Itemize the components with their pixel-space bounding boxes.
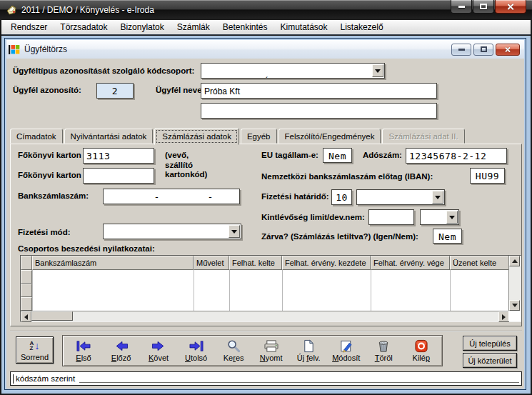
row-selector-header (21, 256, 32, 270)
iban-field[interactable]: HU99 (470, 168, 505, 184)
sort-az-icon: AZ↓ (30, 339, 40, 353)
mdi-area: Ügyféltörzs Ügyféltípus azonosítását szo… (1, 36, 531, 394)
ugyfeltorzs-dialog: Ügyféltörzs Ügyféltípus azonosítását szo… (4, 38, 526, 390)
chevron-down-icon[interactable] (372, 64, 383, 77)
deadline-unit-select[interactable]: Naptári nap (356, 189, 445, 205)
tax-number-label: Adószám: (363, 151, 402, 159)
tab-cimadatok[interactable]: Címadatok (10, 129, 63, 144)
column-header-uzenet-kelte[interactable]: Üzenet kelte (450, 256, 510, 270)
last-record-icon (188, 339, 205, 353)
column-header-felhat-erveny-vege[interactable]: Felhat. érvény. vége (371, 256, 450, 270)
maximize-icon[interactable] (473, 0, 494, 14)
row-selector[interactable] (21, 284, 32, 297)
scroll-right-icon[interactable] (498, 311, 509, 322)
declarations-grid: Bankszámlaszám Művelet Felhat. kelte Fel… (20, 255, 521, 322)
search-button[interactable]: Keres (216, 336, 252, 365)
tab-nyilvantartasi-adatok[interactable]: Nyilvántartási adatok (64, 129, 154, 144)
scrollbar-thumb[interactable] (31, 311, 73, 321)
next-button[interactable]: Követ (141, 336, 177, 365)
scroll-left-icon[interactable] (21, 311, 31, 322)
new-settlement-button[interactable]: Új település (463, 336, 517, 351)
client-id-field[interactable]: 2 (96, 83, 134, 99)
chevron-down-icon[interactable] (229, 225, 240, 238)
szamlazasi-adatok-panel: Főkönyvi karton I.: 3113 (vevő, szállító… (10, 144, 522, 326)
sort-button[interactable]: AZ↓ Sorrend (16, 336, 54, 364)
menu-item-betenkintes[interactable]: Betenkintés (216, 21, 274, 34)
column-header-bankszamlaszam[interactable]: Bankszámlaszám (32, 256, 194, 270)
minimize-icon[interactable] (451, 0, 472, 14)
outstanding-limit-field[interactable] (368, 209, 414, 225)
new-record-button[interactable]: Új felv. (291, 336, 327, 365)
tax-number-field[interactable]: 12345678-2-12 (406, 148, 507, 164)
column-header-felhat-erveny-kezdete[interactable]: Felhat. érvény. kezdete (282, 256, 371, 270)
client-name2-field[interactable] (201, 103, 437, 119)
grid-header: Bankszámlaszám Művelet Felhat. kelte Fel… (21, 256, 521, 270)
menu-item-kimutatasok[interactable]: Kimutatások (274, 21, 334, 34)
close-icon[interactable] (495, 0, 526, 14)
scrollbar-corner (508, 311, 521, 321)
grid-vertical-scrollbar[interactable] (508, 256, 521, 311)
currency-select[interactable]: - (420, 209, 459, 225)
payment-deadline-field[interactable]: 10 (331, 189, 352, 205)
window-titlebar[interactable]: 2011 / DEMO / Könyvelés - e-Iroda (0, 0, 532, 20)
print-icon (263, 339, 280, 353)
new-public-area-button[interactable]: Új közterület (463, 353, 517, 368)
menu-item-szamlak[interactable]: Számlák (171, 21, 216, 34)
menu-item-bizonylatok[interactable]: Bizonylatok (114, 21, 170, 34)
exit-button[interactable]: Kilép (403, 336, 439, 365)
dialog-maximize-icon[interactable] (473, 44, 493, 56)
new-record-icon (300, 339, 317, 353)
scroll-up-icon[interactable] (509, 256, 520, 266)
dialog-icon (9, 44, 20, 55)
edit-button[interactable]: Módosít (328, 336, 364, 365)
sort-order-input[interactable]: kódszám szerint (10, 371, 522, 386)
tab-egyeb[interactable]: Egyéb (241, 129, 277, 144)
previous-button[interactable]: Előző (103, 336, 139, 365)
tab-szamlazasi-adat-ii: Számlázási adat II. (382, 129, 464, 144)
ledger2-field[interactable] (83, 168, 154, 184)
grid-body[interactable] (21, 270, 521, 311)
tab-szamlazasi-adatok[interactable]: Számlázási adatok (154, 128, 239, 145)
ledger1-label: Főkönyvi karton I.: (18, 151, 91, 159)
row-selector[interactable] (21, 270, 32, 284)
code-group-select[interactable]: Általános (201, 63, 385, 79)
scroll-down-icon[interactable] (509, 300, 520, 311)
grid-row-selectors (21, 270, 32, 311)
last-button[interactable]: Utolsó (178, 336, 214, 365)
first-button[interactable]: Első (66, 336, 102, 365)
input-baseline-rule (79, 375, 519, 383)
outstanding-limit-label: Kintlévőség limit/dev.nem: (261, 213, 365, 221)
menu-item-listakezelo[interactable]: Listakezelő (334, 21, 390, 34)
ledger2-label: Főkönyvi karton II.: (18, 171, 93, 179)
closed-field[interactable]: Nem (433, 229, 462, 244)
window-title: 2011 / DEMO / Könyvelés - e-Iroda (21, 5, 154, 15)
chevron-down-icon[interactable] (432, 191, 443, 204)
ledger-note: (vevő, szállító kartonkód) (165, 151, 207, 180)
column-header-muvelet[interactable]: Művelet (194, 256, 229, 270)
payment-deadline-label: Fizetési határidő: (261, 192, 329, 201)
tab-felszolito-engedmenyek[interactable]: Felszólító/Engedmények (278, 129, 381, 144)
ledger1-field[interactable]: 3113 (83, 148, 154, 164)
row-selector[interactable] (21, 297, 32, 311)
first-record-icon (75, 339, 92, 353)
grid-horizontal-scrollbar[interactable] (21, 311, 509, 321)
dialog-controls (451, 44, 522, 56)
application-window: 2011 / DEMO / Könyvelés - e-Iroda Rendsz… (0, 0, 532, 395)
previous-record-icon (113, 339, 130, 353)
exit-icon (413, 339, 430, 353)
chevron-down-icon[interactable] (446, 211, 458, 224)
dialog-close-icon[interactable] (496, 44, 520, 56)
print-button[interactable]: Nyomt (253, 336, 289, 365)
dialog-minimize-icon[interactable] (451, 44, 471, 56)
eu-member-field[interactable]: Nem (323, 148, 352, 163)
menu-item-torzsadatok[interactable]: Törzsadatok (54, 21, 114, 34)
dialog-titlebar[interactable]: Ügyféltörzs (6, 40, 524, 59)
bank-account-field[interactable]: - - (103, 189, 240, 204)
client-id-label: Ügyfél azonosító: (13, 86, 81, 94)
client-name-field[interactable]: Próba Kft (201, 83, 437, 99)
delete-button[interactable]: Töröl (366, 336, 402, 365)
closed-label: Zárva? (Számlázás letiltva?) (Igen/Nem): (261, 232, 418, 241)
column-header-felhat-kelte[interactable]: Felhat. kelte (229, 256, 282, 270)
menu-item-rendszer[interactable]: Rendszer (4, 21, 54, 34)
payment-method-select[interactable]: A - átutalás (103, 224, 241, 239)
